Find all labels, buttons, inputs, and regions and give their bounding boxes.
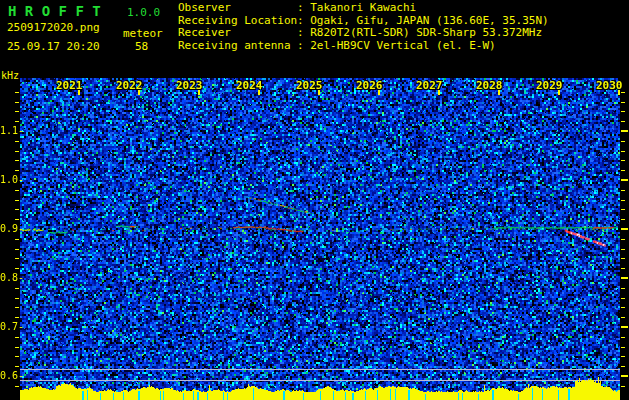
mode-label: meteor: [123, 27, 163, 40]
time-tick: [438, 90, 440, 95]
freq-minor-tick-left: [15, 92, 19, 93]
freq-minor-tick-right: [621, 337, 625, 338]
freq-minor-tick-right: [621, 239, 625, 240]
time-tick: [138, 90, 140, 95]
freq-label-0.7: 0.7-: [0, 321, 19, 332]
time-tick: [258, 90, 260, 95]
freq-major-tick-right: [621, 375, 628, 377]
time-tick: [198, 90, 200, 95]
freq-label-1.0: 1.0-: [0, 174, 19, 185]
time-tick: [498, 90, 500, 95]
freq-minor-tick-right: [621, 347, 625, 348]
freq-minor-tick-right: [621, 121, 625, 122]
freq-minor-tick-right: [621, 219, 625, 220]
time-tick: [78, 90, 80, 95]
info-label: Receiver: [178, 27, 297, 40]
freq-minor-tick-right: [621, 356, 625, 357]
info-value: : R820T2(RTL-SDR) SDR-Sharp 53.372MHz: [297, 26, 542, 39]
frequency-unit-label: kHz: [1, 70, 19, 81]
freq-minor-tick-left: [15, 209, 19, 210]
spectrogram-canvas: [20, 78, 620, 400]
freq-minor-tick-left: [15, 160, 19, 161]
app-version: 1.0.0: [127, 6, 160, 19]
freq-major-tick-right: [621, 130, 628, 132]
time-tick: [378, 90, 380, 95]
capture-timestamp: 25.09.17 20:20: [7, 40, 100, 53]
info-row-receiving-antenna: Receiving antenna: 2el-HB9CV Vertical (e…: [178, 40, 549, 53]
freq-minor-tick-left: [15, 386, 19, 387]
freq-minor-tick-left: [15, 249, 19, 250]
time-tick: [558, 90, 560, 95]
freq-minor-tick-left: [15, 288, 19, 289]
freq-minor-tick-left: [15, 366, 19, 367]
freq-minor-tick-left: [15, 317, 19, 318]
freq-minor-tick-left: [15, 337, 19, 338]
freq-minor-tick-left: [15, 347, 19, 348]
info-value: : Takanori Kawachi: [297, 1, 416, 14]
freq-minor-tick-left: [15, 121, 19, 122]
freq-minor-tick-left: [15, 298, 19, 299]
echo-count: 58: [135, 40, 148, 53]
freq-label-0.8: 0.8-: [0, 272, 19, 283]
info-label: Receiving antenna: [178, 40, 297, 53]
freq-label-1.1: 1.1-: [0, 125, 19, 136]
info-value: : 2el-HB9CV Vertical (el. E-W): [297, 39, 496, 52]
freq-minor-tick-right: [621, 151, 625, 152]
time-tick: [618, 90, 620, 95]
freq-minor-tick-left: [15, 170, 19, 171]
freq-minor-tick-left: [15, 190, 19, 191]
freq-minor-tick-right: [621, 366, 625, 367]
freq-minor-tick-left: [15, 111, 19, 112]
freq-major-tick-right: [621, 277, 628, 279]
freq-minor-tick-right: [621, 209, 625, 210]
freq-minor-tick-right: [621, 190, 625, 191]
freq-minor-tick-right: [621, 160, 625, 161]
freq-major-tick-right: [621, 326, 628, 328]
freq-minor-tick-right: [621, 92, 625, 93]
freq-minor-tick-left: [15, 141, 19, 142]
freq-minor-tick-left: [15, 151, 19, 152]
freq-minor-tick-right: [621, 200, 625, 201]
freq-minor-tick-right: [621, 268, 625, 269]
time-tick: [318, 90, 320, 95]
freq-minor-tick-left: [15, 102, 19, 103]
freq-minor-tick-right: [621, 386, 625, 387]
freq-minor-tick-left: [15, 200, 19, 201]
freq-minor-tick-right: [621, 102, 625, 103]
freq-minor-tick-right: [621, 141, 625, 142]
freq-minor-tick-right: [621, 111, 625, 112]
freq-minor-tick-left: [15, 356, 19, 357]
freq-label-0.9: 0.9-: [0, 223, 19, 234]
freq-minor-tick-right: [621, 249, 625, 250]
hrofft-output-screen: { "colors": { "background": "#000000", "…: [0, 0, 629, 400]
freq-minor-tick-left: [15, 239, 19, 240]
freq-minor-tick-right: [621, 317, 625, 318]
freq-minor-tick-left: [15, 219, 19, 220]
freq-minor-tick-left: [15, 268, 19, 269]
freq-major-tick-right: [621, 179, 628, 181]
freq-minor-tick-left: [15, 307, 19, 308]
freq-minor-tick-right: [621, 307, 625, 308]
output-filename: 2509172020.png: [7, 21, 100, 34]
freq-minor-tick-right: [621, 288, 625, 289]
freq-minor-tick-right: [621, 258, 625, 259]
freq-major-tick-right: [621, 228, 628, 230]
station-info-block: Observer: Takanori KawachiReceiving Loca…: [178, 2, 549, 52]
freq-minor-tick-right: [621, 298, 625, 299]
info-value: : Ogaki, Gifu, JAPAN (136.60E, 35.35N): [297, 14, 549, 27]
info-label: Observer: [178, 2, 297, 15]
app-title: H R O F F T: [8, 3, 101, 19]
freq-label-0.6: 0.6-: [0, 370, 19, 381]
freq-minor-tick-right: [621, 170, 625, 171]
freq-minor-tick-left: [15, 258, 19, 259]
